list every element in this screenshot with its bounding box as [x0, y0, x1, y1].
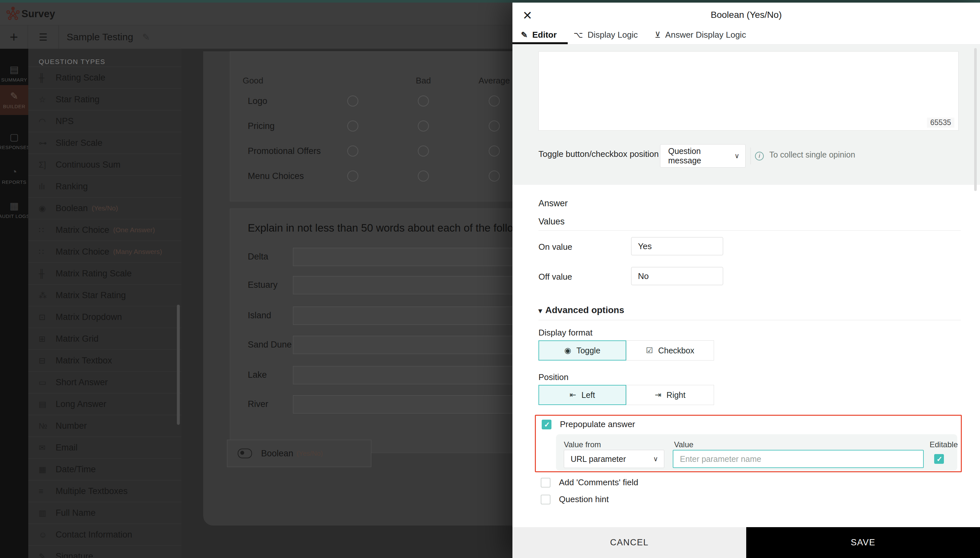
question-type-item[interactable]: ⊶ Slider Scale [28, 132, 181, 154]
question-type-icon: ╫ [39, 269, 56, 278]
question-type-item[interactable]: ╫ Rating Scale [28, 67, 181, 89]
question-list-icon[interactable]: ☰ [28, 25, 59, 49]
question-type-item[interactable]: ⊞ Matrix Grid [28, 328, 181, 350]
essay-question-title: Explain in not less than 50 words about … [248, 222, 512, 234]
top-chrome-strip [0, 0, 980, 3]
on-value-input[interactable] [631, 237, 723, 255]
question-hint-checkbox[interactable] [541, 495, 550, 504]
question-type-item[interactable]: ⊟ Matrix Textbox [28, 350, 181, 371]
rail-item[interactable]: ▤ SUMMARY [0, 59, 28, 89]
value-from-dropdown[interactable]: URL parameter [564, 450, 664, 468]
modal-tabs: ✎ Editor ⌥ Display Logic ⊻ Answer Displa… [521, 25, 746, 44]
essay-row: Delta [230, 248, 512, 266]
save-button[interactable]: SAVE [746, 527, 980, 558]
essay-row: Sand Dune [230, 336, 512, 354]
essay-row-input[interactable] [293, 336, 512, 354]
question-type-icon: ◉ [39, 204, 56, 212]
parameter-name-input[interactable] [673, 450, 924, 468]
question-type-item[interactable]: ▭ Short Answer [28, 371, 181, 393]
question-type-item[interactable]: ⊡ Matrix Dropdown [28, 306, 181, 328]
matrix-radio[interactable] [489, 120, 500, 131]
question-type-label: Slider Scale [56, 138, 102, 148]
essay-row-input[interactable] [293, 307, 512, 325]
question-type-item[interactable]: ≡ Multiple Textboxes [28, 480, 181, 502]
matrix-row-label: Pricing [248, 121, 275, 131]
position-segmented: ⇤ Left ⇥ Right [539, 385, 714, 405]
comments-checkbox[interactable] [541, 478, 550, 487]
question-type-item[interactable]: ✎ Signature [28, 545, 181, 558]
rail-item-label: SUMMARY [1, 77, 27, 82]
matrix-radio[interactable] [489, 146, 500, 156]
modal-tab[interactable]: ⌥ Display Logic [573, 25, 637, 44]
essay-row-input[interactable] [293, 276, 512, 294]
matrix-row-label: Logo [248, 96, 267, 106]
question-message-textarea[interactable]: 65535 [539, 51, 959, 131]
essay-row-input[interactable] [293, 366, 512, 384]
question-type-label: Multiple Textboxes [56, 486, 128, 496]
modal-tab-label: Display Logic [588, 30, 638, 40]
matrix-radio[interactable] [347, 120, 358, 131]
panel-scrollbar[interactable] [177, 305, 180, 425]
matrix-question-card[interactable]: Bad Average Good Logo [230, 51, 512, 201]
info-icon [755, 152, 764, 161]
matrix-radio[interactable] [489, 171, 500, 182]
edit-title-icon[interactable]: ✎ [142, 32, 150, 43]
question-type-item[interactable]: ✉ Email [28, 437, 181, 458]
cancel-button[interactable]: CANCEL [512, 527, 746, 558]
question-type-icon: ☆ [39, 95, 56, 103]
toggle-option-button[interactable]: ◉ Toggle [539, 340, 626, 361]
prepopulate-checkbox[interactable] [542, 420, 552, 429]
question-type-item[interactable]: ▥ Full Name [28, 502, 181, 524]
question-type-item[interactable]: ☆ Star Rating [28, 89, 181, 110]
matrix-radio[interactable] [347, 171, 358, 182]
display-format-label: Display format [539, 328, 593, 338]
question-type-item[interactable]: ▦ Date/Time [28, 458, 181, 480]
essay-question-card[interactable]: Explain in not less than 50 words about … [230, 208, 512, 453]
add-question-button[interactable]: + [0, 25, 28, 49]
question-type-item[interactable]: ◉ Boolean (Yes/No) [28, 197, 181, 219]
toggle-position-dropdown[interactable]: Question message [660, 144, 746, 167]
essay-row-input[interactable] [293, 248, 512, 266]
left-option-button[interactable]: ⇤ Left [539, 385, 626, 405]
rail-item[interactable]: ▦ AUDIT LOGS [0, 195, 28, 225]
matrix-radio[interactable] [418, 146, 429, 156]
matrix-radio[interactable] [418, 95, 429, 107]
rail-item[interactable]: ▢ RESPONSES [0, 126, 28, 156]
question-type-item[interactable]: ılı Ranking [28, 176, 181, 197]
question-type-item[interactable]: ╫ Matrix Rating Scale [28, 263, 181, 284]
question-type-item[interactable]: ∷ Matrix Choice (Many Answers) [28, 241, 181, 263]
matrix-radio[interactable] [418, 120, 429, 131]
question-type-item[interactable]: ◠ NPS [28, 110, 181, 132]
essay-row: Island [230, 307, 512, 325]
editable-label: Editable [930, 440, 958, 449]
question-type-item[interactable]: Σ] Continuous Sum [28, 154, 181, 176]
matrix-radio[interactable] [489, 95, 500, 107]
question-type-item[interactable]: ⁂ Matrix Star Rating [28, 284, 181, 306]
question-hint-label: Question hint [559, 494, 609, 504]
modal-scrollbar[interactable] [974, 48, 977, 191]
modal-tab[interactable]: ✎ Editor [521, 25, 557, 44]
question-type-item[interactable]: ∷ Matrix Choice (One Answer) [28, 219, 181, 241]
matrix-radio[interactable] [347, 95, 358, 107]
question-type-label: Boolean [56, 204, 88, 213]
question-type-item[interactable]: ☺ Contact Information [28, 524, 181, 545]
essay-row-input[interactable] [293, 395, 512, 414]
advanced-options-toggle[interactable]: Advanced options [539, 305, 624, 315]
editable-checkbox[interactable] [934, 454, 944, 464]
rail-item[interactable]: ◔ REPORTS [0, 161, 28, 190]
right-option-button[interactable]: ⇥ Right [626, 385, 714, 405]
answer-heading: Answer [539, 199, 568, 208]
question-type-icon: ⊟ [39, 357, 56, 365]
modal-tab[interactable]: ⊻ Answer Display Logic [655, 25, 746, 44]
caret-down-icon [539, 305, 542, 315]
rail-item-icon: ▦ [10, 201, 18, 211]
checkbox-option-button[interactable]: ☑ Checkbox [626, 340, 714, 361]
matrix-radio[interactable] [347, 146, 358, 156]
rail-item[interactable]: ✎ BUILDER [0, 85, 28, 115]
boolean-question-item[interactable]: Boolean (Yes/No) [227, 440, 371, 467]
essay-row-label: Lake [248, 370, 267, 380]
question-type-item[interactable]: № Number [28, 415, 181, 437]
off-value-input[interactable] [631, 267, 723, 285]
matrix-radio[interactable] [418, 171, 429, 182]
question-type-item[interactable]: ▤ Long Answer [28, 393, 181, 415]
